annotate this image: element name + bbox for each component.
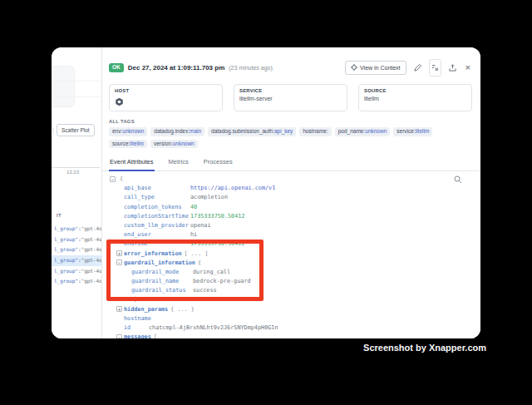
attribute-row: +hidden_params{ ... } [102,305,480,314]
annotation-rectangle [106,240,264,301]
chart-axis-line [52,167,100,168]
relative-time: (23 minutes ago) [229,65,273,71]
trace-view-button[interactable] [429,59,441,77]
log-row[interactable]: l_group":"gpt-4o [52,266,101,277]
tag-value: api_key [274,128,293,134]
attribute-row: −messages[ [102,333,480,338]
view-in-context-button[interactable]: View in Context [345,61,406,75]
attribute-value[interactable]: openai [190,222,211,229]
tag-pill[interactable]: datadog.index:main [150,127,204,136]
log-value: "gpt-4o [81,257,101,263]
attribute-key[interactable]: id [124,324,149,333]
info-card-label: SOURCE [364,88,466,93]
tag-value: main [190,128,201,134]
log-value: "gpt-4o [81,246,101,252]
tab-processes[interactable]: Processes [203,156,234,170]
tag-key: source: [112,141,130,146]
attribute-value[interactable]: https://api.openai.com/v1 [190,185,275,191]
tag-pill[interactable]: pod_name:unknown [335,127,391,136]
attribute-key[interactable]: messages [124,333,151,338]
tag-pill[interactable]: source:litellm [109,140,147,149]
tag-key: service: [397,128,415,134]
view-in-context-label: View in Context [360,65,401,71]
collapse-icon[interactable]: − [110,176,116,182]
info-card-value: litellm-server [239,96,342,101]
tag-value: unknown [173,141,195,146]
tag-value: unknown [122,128,144,134]
attribute-row: idchatcmpl-AjBrxhNLht9v2J6rSNYDmp4pH0G1n [102,324,480,333]
log-key: l_group": [54,257,81,263]
log-value: "gpt-4o [81,278,101,284]
tab-metrics[interactable]: Metrics [168,156,190,170]
attribute-key[interactable]: completionStartTime [124,212,190,221]
close-icon: × [466,64,470,72]
tag-key: pod_name: [338,128,366,134]
search-attributes-button[interactable] [454,174,462,186]
attribute-value[interactable]: chatcmpl-AjBrxhNLht9v2J6rSNYDmp4pH0G1n [149,324,278,331]
tab-event-attributes[interactable]: Event Attributes [109,156,155,171]
log-value: "gpt-4o [81,236,101,242]
divider [52,81,101,81]
attribute-key[interactable]: hostname [124,314,151,324]
background-widget [52,66,75,107]
attribute-value[interactable]: acompletion [190,194,228,200]
host-hexagon-icon [115,95,124,110]
tag-pill[interactable]: service:litellm [393,127,432,136]
json-punct: [ [154,333,157,338]
attribute-key[interactable]: end_user [124,230,190,240]
attribute-value[interactable]: 40 [190,204,197,210]
info-card-host[interactable]: HOST [109,84,223,111]
tag-value: unknown [365,128,387,134]
log-column-header: IT [57,213,62,218]
export-button[interactable] [447,60,458,76]
attribute-key[interactable]: api_base [124,184,190,193]
log-row[interactable]: l_group":"gpt-4o [52,244,101,255]
info-card-label: SERVICE [239,88,342,93]
time-axis-tick: 13:23 [66,170,79,175]
attribute-value[interactable]: hi [190,231,197,238]
trace-icon [431,62,439,74]
expand-icon[interactable]: + [116,306,122,312]
tag-pill[interactable]: hostname: [299,127,331,136]
collapse-icon[interactable]: − [116,334,122,338]
log-value: "gpt-4o [81,225,101,231]
tag-pill[interactable]: version:unknown [150,140,198,149]
detail-tabs: Event AttributesMetricsProcesses [102,156,480,171]
info-card-source[interactable]: SOURCElitellm [358,84,472,111]
log-row[interactable]: l_group":"gpt-4o [52,255,101,266]
info-card-service[interactable]: SERVICElitellm-server [234,84,347,111]
log-row[interactable]: l_group":"gpt-4o [52,276,101,287]
log-key: l_group": [54,225,81,231]
tag-pill[interactable]: env:unknown [109,127,147,136]
info-card-label: HOST [115,88,217,93]
attribute-row: completionStartTime1735333750.50412 [102,212,480,221]
scatter-prefix: : [52,127,54,133]
attribute-row: api_basehttps://api.openai.com/v1 [102,184,480,193]
attribute-row: completion_tokens40 [102,203,480,212]
attribute-value[interactable]: 1735333750.50412 [190,213,244,220]
log-key: l_group": [54,236,81,242]
tag-value: litellm [416,128,430,134]
search-icon [454,174,462,186]
json-punct: { ... } [170,306,195,313]
log-key: l_group": [54,246,81,252]
log-key: l_group": [54,278,81,284]
event-header: OK Dec 27, 2024 at 1:09:11.703 pm (23 mi… [102,47,480,77]
log-row[interactable]: l_group":"gpt-4o [52,224,101,235]
status-badge: OK [109,63,124,72]
attribute-row: −{ [102,175,480,184]
scatter-plot-button[interactable]: Scatter Plot [57,124,95,136]
attribute-key[interactable]: hidden_params [124,305,168,314]
attribute-key[interactable]: completion_tokens [124,203,190,212]
scope-icon [351,64,357,72]
tag-value: litellm [130,141,144,146]
tag-key: version: [154,141,173,146]
tag-key: hostname: [303,128,328,134]
attribute-row: end_userhi [102,230,480,240]
attribute-key[interactable]: call_type [124,193,190,202]
edit-button[interactable] [412,60,423,76]
tag-pill[interactable]: datadog.submission_auth:api_key [208,127,296,136]
log-row[interactable]: l_group":"gpt-4o [52,235,101,245]
close-button[interactable]: × [464,62,472,73]
attribute-key[interactable]: custom_llm_provider [124,221,190,230]
